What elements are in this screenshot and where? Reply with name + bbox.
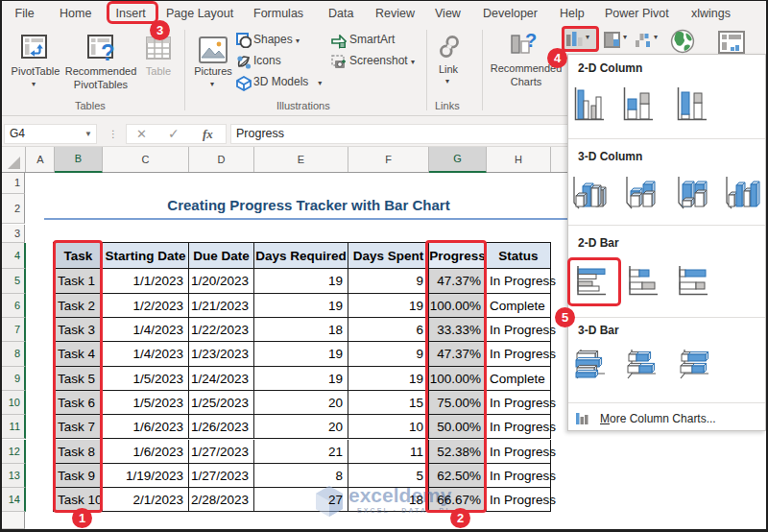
svg-text:?: ? [525,34,537,51]
svg-text:?: ? [101,39,114,62]
